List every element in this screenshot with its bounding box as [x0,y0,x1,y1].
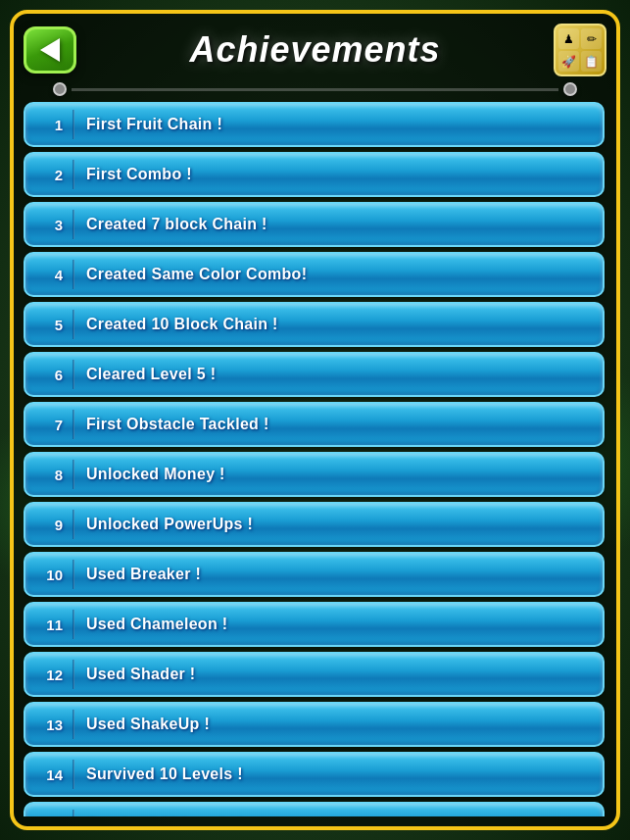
achievement-item[interactable]: 6Cleared Level 5 ! [24,352,605,397]
book-icon: 📋 [581,51,602,72]
achievement-divider [73,260,74,289]
achievement-number: 10 [35,567,63,583]
achievement-item[interactable]: 8Unlocked Money ! [24,452,605,497]
achievement-text: Survived 20 Levels ! [86,815,243,816]
achievement-text: Used Breaker ! [86,566,201,583]
connector-bar [24,82,606,96]
page-title: Achievements [76,29,554,71]
achievement-item[interactable]: 12Used Shader ! [24,652,605,697]
achievement-text: Used Chameleon ! [86,616,227,633]
achievement-text: Used ShakeUp ! [86,716,210,733]
achievement-item[interactable]: 13Used ShakeUp ! [24,702,605,747]
achievement-text: First Combo ! [86,166,192,183]
achievement-number: 1 [35,117,63,133]
achievement-divider [73,710,74,739]
achievement-text: First Obstacle Tackled ! [86,416,269,433]
achievement-item[interactable]: 3Created 7 block Chain ! [24,202,605,247]
achievement-text: Cleared Level 5 ! [86,366,216,383]
achievement-number: 11 [35,617,63,633]
achievement-item[interactable]: 15Survived 20 Levels ! [24,802,605,816]
connector-dot-right [563,82,577,96]
achievement-divider [73,460,74,489]
achievement-number: 14 [35,766,63,783]
achievement-text: Survived 10 Levels ! [86,766,243,783]
achievement-divider [73,210,74,239]
achievement-divider [73,110,74,139]
pen-icon: ✏ [581,28,602,49]
achievement-number: 5 [35,317,63,333]
main-container: Achievements ♟ ✏ 🚀 📋 1First Fruit Chain … [10,10,620,830]
achievement-item[interactable]: 5Created 10 Block Chain ! [24,302,605,347]
achievement-number: 7 [35,417,63,433]
achievement-text: Created 7 block Chain ! [86,216,267,233]
achievement-text: Created 10 Block Chain ! [86,316,278,333]
achievement-item[interactable]: 7First Obstacle Tackled ! [24,402,605,447]
back-arrow-icon [40,38,60,62]
rocket-icon: 🚀 [558,51,579,72]
achievement-number: 2 [35,167,63,183]
achievement-number: 9 [35,517,63,533]
achievement-number: 13 [35,716,63,733]
achievement-number: 6 [35,367,63,383]
achievement-divider [73,310,74,339]
achievement-number: 12 [35,667,63,683]
achievement-item[interactable]: 1First Fruit Chain ! [24,102,605,147]
achievement-divider [73,510,74,539]
top-bar: Achievements ♟ ✏ 🚀 📋 [24,24,606,76]
title-area: Achievements [76,29,554,71]
achievement-item[interactable]: 11Used Chameleon ! [24,602,605,647]
connector-line [72,88,558,91]
achievement-item[interactable]: 14Survived 10 Levels ! [24,752,605,797]
achievement-divider [73,660,74,689]
achievement-number: 8 [35,467,63,483]
achievement-item[interactable]: 4Created Same Color Combo! [24,252,605,297]
achievement-divider [73,410,74,439]
achievement-text: Created Same Color Combo! [86,266,307,283]
achievement-number: 4 [35,267,63,283]
achievement-text: Used Shader ! [86,666,196,683]
chess-icon: ♟ [558,28,579,49]
achievement-divider [73,360,74,389]
achievement-divider [73,760,74,789]
back-button[interactable] [24,26,76,74]
achievement-item[interactable]: 10Used Breaker ! [24,552,605,597]
achievement-divider [73,160,74,189]
achievement-text: Unlocked Money ! [86,466,225,483]
achievement-text: Unlocked PowerUps ! [86,516,253,533]
icons-panel: ♟ ✏ 🚀 📋 [554,24,606,76]
achievement-item[interactable]: 2First Combo ! [24,152,605,197]
achievement-divider [73,810,74,816]
achievement-number: 3 [35,217,63,233]
connector-dot-left [53,82,67,96]
achievement-number: 15 [35,816,63,817]
achievement-item[interactable]: 9Unlocked PowerUps ! [24,502,605,547]
achievement-divider [73,560,74,589]
achievements-list: 1First Fruit Chain !2First Combo !3Creat… [24,102,606,816]
achievement-text: First Fruit Chain ! [86,116,222,133]
achievement-divider [73,610,74,639]
